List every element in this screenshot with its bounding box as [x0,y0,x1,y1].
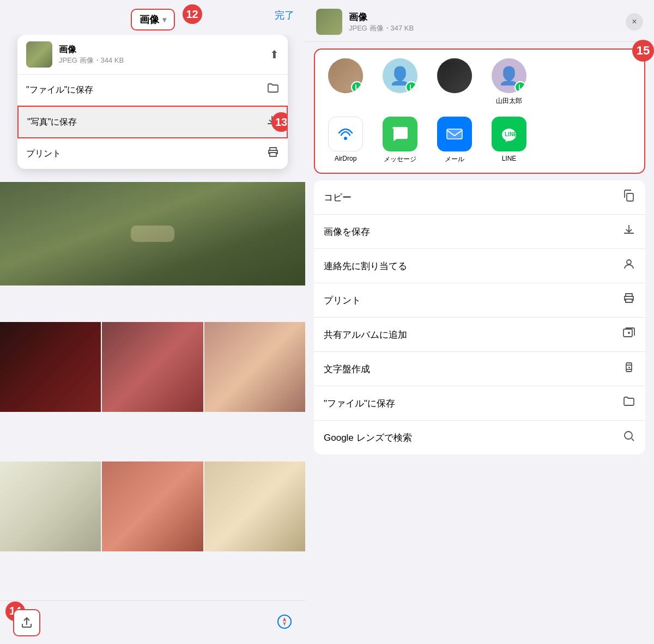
sushi-image-5 [0,461,101,551]
file-info: 画像 JPEG 画像・344 KB [26,41,124,68]
line-icon: LINE [492,117,526,151]
sushi-image-4 [204,322,305,412]
dropdown-menu-wrapper: 画像 JPEG 画像・344 KB ⬆ "ファイル"に保存 "写真"に保存 [9,35,296,169]
svg-marker-2 [283,622,286,626]
image-grid [0,173,305,600]
svg-rect-4 [447,129,462,139]
action-copy[interactable]: コピー [314,180,645,215]
save-files-label: "ファイル"に保存 [26,84,93,96]
avatar-yamada: 👤 L [492,58,526,93]
app-item-airdrop[interactable]: AirDrop [324,117,367,164]
sushi-image-3 [102,322,203,412]
person-item-1[interactable]: L [324,58,367,106]
title-dropdown[interactable]: 画像 ▾ [131,9,175,31]
line-label: LINE [502,155,517,162]
mail-icon [437,117,472,151]
person-item-3[interactable] [433,58,476,106]
badge-15: 15 [632,40,654,62]
left-panel: 画像 ▾ 12 完了 画像 JPEG 画像・344 KB ⬆ [0,0,305,644]
print-label-right: プリント [324,294,361,307]
share-button-wrapper: 14 [13,609,40,636]
right-header-info: 画像 JPEG 画像・347 KB [349,11,619,33]
avatar-3 [437,58,472,93]
left-header: 画像 ▾ 12 完了 [0,0,305,35]
line-badge-1: L [351,81,363,93]
left-bottom-bar: 14 [0,600,305,644]
svg-point-3 [344,137,347,140]
file-info-row: 画像 JPEG 画像・344 KB ⬆ [17,35,288,75]
action-assign-contact[interactable]: 連絡先に割り当てる [314,249,645,283]
action-save-files[interactable]: "ファイル"に保存 [314,386,645,421]
folder-icon-right [622,395,635,411]
avatar-1: L [328,58,363,93]
print-item[interactable]: プリント [17,138,288,169]
avatar-2: 👤 L [383,58,417,93]
badge-12: 12 [183,4,202,24]
right-header: 画像 JPEG 画像・347 KB × [305,0,654,42]
print-label: プリント [26,148,61,160]
svg-marker-1 [283,617,286,622]
chevron-down-icon: ▾ [162,15,166,24]
svg-point-14 [625,432,632,439]
compass-button[interactable] [277,614,292,631]
file-meta: JPEG 画像・344 KB [59,56,124,65]
print-icon [267,146,279,161]
app-row: AirDrop メッセージ メール [324,117,635,164]
shared-album-label: 共有アルバムに追加 [324,329,407,341]
sushi-image-7 [204,461,305,551]
save-to-files-item[interactable]: "ファイル"に保存 [17,75,288,106]
share-icon [20,616,33,629]
done-button[interactable]: 完了 [275,9,294,22]
app-item-messages[interactable]: メッセージ [378,117,422,164]
save-to-photos-item[interactable]: "写真"に保存 13 [17,106,288,138]
print-icon-right [622,292,635,308]
share-targets-section: 15 L 👤 L [314,48,645,174]
copy-icon [622,189,635,205]
mail-label: メール [445,155,464,164]
app-item-mail[interactable]: メール [433,117,476,164]
line-badge-2: L [405,81,417,93]
svg-point-0 [278,615,291,628]
google-lens-label: Google レンズで検索 [324,432,412,444]
file-text: 画像 JPEG 画像・344 KB [59,44,124,65]
dropdown-menu: 画像 JPEG 画像・344 KB ⬆ "ファイル"に保存 "写真"に保存 [17,35,288,169]
action-shared-album[interactable]: 共有アルバムに追加 [314,318,645,352]
right-meta: JPEG 画像・347 KB [349,23,619,33]
sushi-image-1 [0,182,305,285]
compass-icon [277,614,292,629]
share-button[interactable] [13,609,40,636]
folder-icon [267,82,279,98]
badge-13: 13 [271,112,288,132]
messages-icon [383,117,417,151]
search-icon [622,429,635,446]
svg-point-7 [627,260,631,264]
action-watch-face[interactable]: 文字盤作成 [314,352,645,386]
save-photos-label: "写真"に保存 [27,117,77,128]
people-row: L 👤 L 👤 [324,58,635,106]
save-files-label-right: "ファイル"に保存 [324,397,395,410]
svg-text:LINE: LINE [505,131,517,137]
close-button[interactable]: × [626,13,643,31]
person-item-yamada[interactable]: 👤 L 山田太郎 [487,58,531,106]
action-list: コピー 画像を保存 連絡先に割り当てる [314,180,645,454]
assign-contact-label: 連絡先に割り当てる [324,260,407,272]
app-item-line[interactable]: LINE LINE [487,117,531,164]
person-name-yamada: 山田太郎 [496,96,522,106]
airdrop-label: AirDrop [335,155,357,162]
shared-album-icon [622,326,635,343]
share-icon[interactable]: ⬆ [270,48,279,61]
action-google-lens[interactable]: Google レンズで検索 [314,421,645,454]
watch-face-label: 文字盤作成 [324,363,370,375]
action-save-image[interactable]: 画像を保存 [314,215,645,249]
action-print[interactable]: プリント [314,283,645,318]
copy-label: コピー [324,191,352,204]
right-panel: 画像 JPEG 画像・347 KB × 15 L 👤 L [305,0,654,644]
file-name: 画像 [59,44,124,56]
save-image-icon [622,223,635,240]
sushi-image-2 [0,322,101,412]
person-item-2[interactable]: 👤 L [378,58,422,106]
save-image-label: 画像を保存 [324,226,370,238]
svg-rect-6 [627,193,633,201]
right-title: 画像 [349,11,619,23]
line-badge-yamada: L [514,81,526,93]
